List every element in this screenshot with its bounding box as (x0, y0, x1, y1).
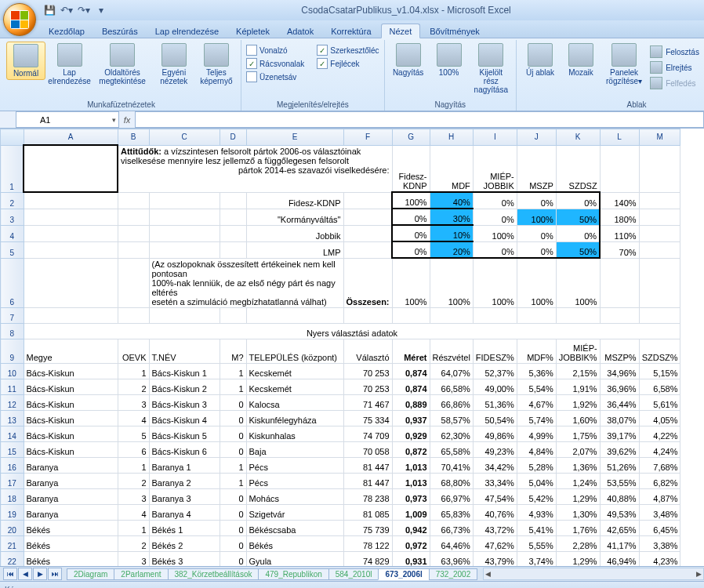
row-header[interactable]: 3 (1, 209, 24, 225)
cell[interactable]: 51,26% (600, 457, 639, 473)
cell[interactable]: 1,60% (556, 410, 600, 426)
cell[interactable]: 6 (118, 441, 149, 457)
cell[interactable]: 0% (517, 241, 556, 258)
tab-kepletek[interactable]: Képletek (228, 24, 278, 38)
cell[interactable]: 3 (118, 488, 149, 504)
cell[interactable]: 4,93% (517, 504, 556, 520)
cell[interactable]: Bács-Kiskun 4 (149, 410, 220, 426)
horizontal-scrollbar[interactable]: ◀▶ (483, 568, 704, 580)
cell[interactable]: 5,41% (517, 520, 556, 535)
cell[interactable]: 1,24% (556, 473, 600, 488)
cell[interactable]: 4,99% (517, 426, 556, 441)
cell[interactable]: 4 (118, 504, 149, 520)
zoom-selection-button[interactable]: Kijelölt rész nagyítása (471, 42, 511, 96)
cell[interactable]: 74 829 (343, 551, 392, 566)
cell[interactable]: 4,24% (639, 441, 680, 457)
cell[interactable]: 70,41% (430, 457, 473, 473)
row-header[interactable]: 18 (1, 488, 24, 504)
cell[interactable]: 0 (220, 535, 246, 551)
row-header[interactable]: 17 (1, 473, 24, 488)
cell[interactable]: 70 253 (343, 363, 392, 379)
cell[interactable]: 0,942 (392, 520, 430, 535)
tab-nezet[interactable]: Nézet (381, 24, 421, 38)
cell[interactable]: 74 709 (343, 426, 392, 441)
cell[interactable]: LMP (246, 241, 343, 258)
cell[interactable]: 39,62% (600, 441, 639, 457)
row-header[interactable]: 19 (1, 504, 24, 520)
cell[interactable] (118, 307, 149, 323)
cell[interactable]: 4,23% (639, 551, 680, 566)
cell[interactable]: 110% (600, 225, 639, 241)
cell[interactable]: SZDSZ% (639, 339, 680, 363)
cell[interactable]: 50% (556, 241, 600, 258)
cell[interactable]: 7,68% (639, 457, 680, 473)
sheet-tab[interactable]: 2Parlament (114, 568, 168, 580)
cell[interactable]: 5,04% (517, 473, 556, 488)
sheet-tab[interactable]: 673_2006l (378, 568, 429, 580)
cell[interactable]: Békés 1 (149, 520, 220, 535)
tab-nav-next-icon[interactable]: ▶ (33, 568, 47, 580)
cell[interactable]: Összesen: (343, 258, 392, 307)
cell[interactable]: 63,96% (430, 551, 473, 566)
col-header-J[interactable]: J (517, 129, 556, 146)
cell[interactable] (639, 145, 680, 192)
cell[interactable]: Baranya 1 (149, 457, 220, 473)
col-header-M[interactable]: M (639, 129, 680, 146)
cell[interactable]: 64,46% (430, 535, 473, 551)
cell[interactable]: 0 (220, 410, 246, 426)
cell[interactable]: 5,55% (517, 535, 556, 551)
row-header[interactable]: 15 (1, 441, 24, 457)
cell[interactable] (24, 209, 118, 225)
arrange-button[interactable]: Mozaik (562, 42, 600, 78)
row-header[interactable]: 16 (1, 457, 24, 473)
zoom-button[interactable]: Nagyítás (390, 42, 427, 78)
redo-icon[interactable]: ↷▾ (77, 3, 91, 17)
row-header[interactable]: 5 (1, 241, 24, 258)
cell[interactable] (220, 307, 246, 323)
cell[interactable] (343, 225, 392, 241)
cell[interactable]: 100% (392, 258, 430, 307)
cell[interactable]: 1 (118, 363, 149, 379)
cell[interactable]: Részvétel (430, 339, 473, 363)
cell[interactable]: 64,07% (430, 363, 473, 379)
row-header[interactable]: 13 (1, 410, 24, 426)
cell[interactable]: 78 238 (343, 488, 392, 504)
cell[interactable]: 50,54% (473, 410, 517, 426)
tab-beszuras[interactable]: Beszúrás (94, 24, 146, 38)
cell[interactable] (118, 225, 149, 241)
cell[interactable]: 1 (220, 457, 246, 473)
cell[interactable]: 0% (517, 192, 556, 209)
cell[interactable] (149, 192, 220, 209)
cell[interactable]: Kecskemét (246, 363, 343, 379)
formula-input[interactable] (135, 111, 704, 128)
cell[interactable]: Baranya (24, 473, 118, 488)
cell[interactable]: 100% (556, 258, 600, 307)
cell[interactable]: 0,937 (392, 410, 430, 426)
cell[interactable]: Baranya (24, 488, 118, 504)
save-icon[interactable]: 💾 (42, 3, 56, 17)
col-header-E[interactable]: E (246, 129, 343, 146)
cell[interactable]: 40,88% (600, 488, 639, 504)
cell[interactable]: 65,83% (430, 504, 473, 520)
cell[interactable]: 38,07% (600, 410, 639, 426)
cell[interactable] (639, 241, 680, 258)
cell[interactable]: Békés 2 (149, 535, 220, 551)
sheet-tab[interactable]: 382_Körzetbeállítások (168, 568, 259, 580)
cell[interactable]: 47,62% (473, 535, 517, 551)
cell[interactable]: 0% (556, 225, 600, 241)
cell[interactable]: 5,74% (517, 410, 556, 426)
cell[interactable]: 1 (220, 363, 246, 379)
row-header[interactable]: 2 (1, 192, 24, 209)
cell[interactable]: Pécs (246, 473, 343, 488)
cell[interactable]: Kiskunhalas (246, 426, 343, 441)
cell[interactable] (24, 307, 118, 323)
cell[interactable]: 39,17% (600, 426, 639, 441)
cell[interactable]: "Kormányváltás" (246, 209, 343, 225)
cell[interactable]: Békés 3 (149, 551, 220, 566)
cell[interactable]: 0% (392, 225, 430, 241)
cell[interactable]: Békéscsaba (246, 520, 343, 535)
cell[interactable]: 33,34% (473, 473, 517, 488)
cell[interactable]: 1 (118, 520, 149, 535)
cell[interactable] (343, 209, 392, 225)
cell[interactable]: 5,42% (517, 488, 556, 504)
